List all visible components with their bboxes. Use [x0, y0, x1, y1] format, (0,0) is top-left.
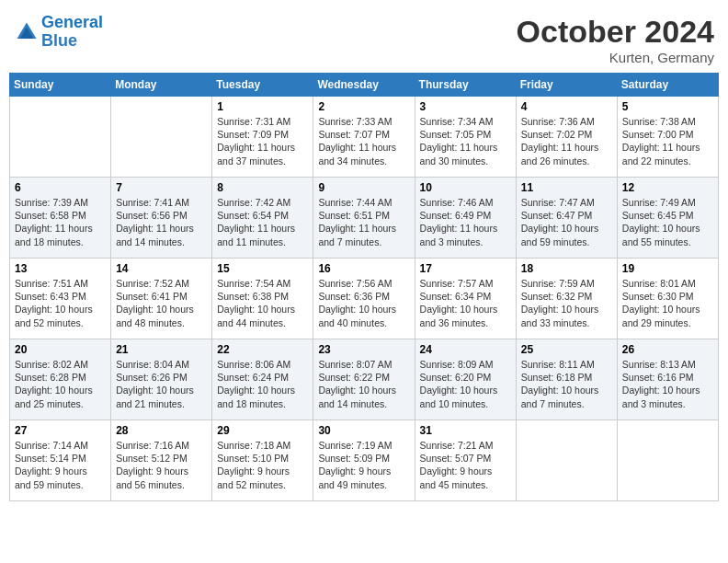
calendar-week-row: 27Sunrise: 7:14 AMSunset: 5:14 PMDayligh… [10, 420, 719, 501]
day-info: Sunrise: 7:49 AMSunset: 6:45 PMDaylight:… [622, 196, 713, 248]
logo-icon [14, 19, 40, 45]
day-number: 14 [116, 262, 207, 275]
calendar-week-row: 6Sunrise: 7:39 AMSunset: 6:58 PMDaylight… [10, 178, 719, 259]
col-saturday: Saturday [617, 74, 718, 97]
day-number: 4 [521, 100, 612, 113]
location: Kurten, Germany [517, 50, 714, 65]
table-row: 10Sunrise: 7:46 AMSunset: 6:49 PMDayligh… [415, 178, 516, 259]
day-info: Sunrise: 8:07 AMSunset: 6:22 PMDaylight:… [318, 358, 409, 410]
col-monday: Monday [111, 74, 212, 97]
table-row: 4Sunrise: 7:36 AMSunset: 7:02 PMDaylight… [516, 97, 617, 178]
day-info: Sunrise: 7:54 AMSunset: 6:38 PMDaylight:… [217, 277, 308, 329]
day-number: 13 [15, 262, 106, 275]
logo-text: General Blue [41, 14, 103, 51]
day-number: 1 [217, 100, 308, 113]
table-row: 31Sunrise: 7:21 AMSunset: 5:07 PMDayligh… [415, 420, 516, 501]
day-info: Sunrise: 8:06 AMSunset: 6:24 PMDaylight:… [217, 358, 308, 410]
table-row [111, 97, 212, 178]
day-number: 6 [15, 181, 106, 194]
day-info: Sunrise: 7:34 AMSunset: 7:05 PMDaylight:… [420, 115, 511, 167]
day-number: 27 [15, 424, 106, 437]
day-info: Sunrise: 7:36 AMSunset: 7:02 PMDaylight:… [521, 115, 612, 167]
table-row: 8Sunrise: 7:42 AMSunset: 6:54 PMDaylight… [212, 178, 313, 259]
day-number: 5 [622, 100, 713, 113]
day-info: Sunrise: 7:56 AMSunset: 6:36 PMDaylight:… [318, 277, 409, 329]
table-row: 26Sunrise: 8:13 AMSunset: 6:16 PMDayligh… [617, 339, 718, 420]
calendar-table: Sunday Monday Tuesday Wednesday Thursday… [9, 73, 719, 501]
day-info: Sunrise: 7:41 AMSunset: 6:56 PMDaylight:… [116, 196, 207, 248]
table-row: 24Sunrise: 8:09 AMSunset: 6:20 PMDayligh… [415, 339, 516, 420]
day-number: 20 [15, 343, 106, 356]
day-info: Sunrise: 7:42 AMSunset: 6:54 PMDaylight:… [217, 196, 308, 248]
day-info: Sunrise: 7:52 AMSunset: 6:41 PMDaylight:… [116, 277, 207, 329]
day-info: Sunrise: 7:33 AMSunset: 7:07 PMDaylight:… [318, 115, 409, 167]
page-header: General Blue October 2024 Kurten, German… [9, 9, 719, 65]
calendar-week-row: 20Sunrise: 8:02 AMSunset: 6:28 PMDayligh… [10, 339, 719, 420]
logo-blue: Blue [41, 31, 77, 50]
table-row: 20Sunrise: 8:02 AMSunset: 6:28 PMDayligh… [10, 339, 111, 420]
table-row: 9Sunrise: 7:44 AMSunset: 6:51 PMDaylight… [313, 178, 415, 259]
col-sunday: Sunday [10, 74, 111, 97]
day-number: 7 [116, 181, 207, 194]
table-row [10, 97, 111, 178]
col-thursday: Thursday [415, 74, 516, 97]
day-number: 31 [420, 424, 511, 437]
table-row: 2Sunrise: 7:33 AMSunset: 7:07 PMDaylight… [313, 97, 415, 178]
table-row: 21Sunrise: 8:04 AMSunset: 6:26 PMDayligh… [111, 339, 212, 420]
table-row: 28Sunrise: 7:16 AMSunset: 5:12 PMDayligh… [111, 420, 212, 501]
day-info: Sunrise: 7:59 AMSunset: 6:32 PMDaylight:… [521, 277, 612, 329]
day-number: 25 [521, 343, 612, 356]
day-number: 21 [116, 343, 207, 356]
day-info: Sunrise: 8:04 AMSunset: 6:26 PMDaylight:… [116, 358, 207, 410]
day-info: Sunrise: 8:09 AMSunset: 6:20 PMDaylight:… [420, 358, 511, 410]
day-number: 26 [622, 343, 713, 356]
day-info: Sunrise: 7:16 AMSunset: 5:12 PMDaylight:… [116, 439, 207, 491]
day-info: Sunrise: 7:46 AMSunset: 6:49 PMDaylight:… [420, 196, 511, 248]
day-number: 9 [318, 181, 409, 194]
logo: General Blue [14, 14, 103, 51]
table-row: 6Sunrise: 7:39 AMSunset: 6:58 PMDaylight… [10, 178, 111, 259]
day-info: Sunrise: 7:31 AMSunset: 7:09 PMDaylight:… [217, 115, 308, 167]
day-number: 28 [116, 424, 207, 437]
day-number: 22 [217, 343, 308, 356]
month-title: October 2024 [517, 14, 714, 50]
table-row: 23Sunrise: 8:07 AMSunset: 6:22 PMDayligh… [313, 339, 415, 420]
day-number: 2 [318, 100, 409, 113]
calendar-week-row: 13Sunrise: 7:51 AMSunset: 6:43 PMDayligh… [10, 259, 719, 339]
table-row: 16Sunrise: 7:56 AMSunset: 6:36 PMDayligh… [313, 259, 415, 339]
day-info: Sunrise: 7:19 AMSunset: 5:09 PMDaylight:… [318, 439, 409, 491]
table-row: 12Sunrise: 7:49 AMSunset: 6:45 PMDayligh… [617, 178, 718, 259]
table-row: 18Sunrise: 7:59 AMSunset: 6:32 PMDayligh… [516, 259, 617, 339]
table-row: 7Sunrise: 7:41 AMSunset: 6:56 PMDaylight… [111, 178, 212, 259]
day-number: 16 [318, 262, 409, 275]
day-info: Sunrise: 8:13 AMSunset: 6:16 PMDaylight:… [622, 358, 713, 410]
table-row: 11Sunrise: 7:47 AMSunset: 6:47 PMDayligh… [516, 178, 617, 259]
table-row: 25Sunrise: 8:11 AMSunset: 6:18 PMDayligh… [516, 339, 617, 420]
day-number: 11 [521, 181, 612, 194]
day-info: Sunrise: 7:21 AMSunset: 5:07 PMDaylight:… [420, 439, 511, 491]
day-info: Sunrise: 7:57 AMSunset: 6:34 PMDaylight:… [420, 277, 511, 329]
day-info: Sunrise: 8:02 AMSunset: 6:28 PMDaylight:… [15, 358, 106, 410]
calendar-header-row: Sunday Monday Tuesday Wednesday Thursday… [10, 74, 719, 97]
table-row: 5Sunrise: 7:38 AMSunset: 7:00 PMDaylight… [617, 97, 718, 178]
day-number: 29 [217, 424, 308, 437]
day-number: 23 [318, 343, 409, 356]
table-row: 22Sunrise: 8:06 AMSunset: 6:24 PMDayligh… [212, 339, 313, 420]
day-info: Sunrise: 8:01 AMSunset: 6:30 PMDaylight:… [622, 277, 713, 329]
table-row: 30Sunrise: 7:19 AMSunset: 5:09 PMDayligh… [313, 420, 415, 501]
title-block: October 2024 Kurten, Germany [517, 14, 714, 65]
day-number: 12 [622, 181, 713, 194]
day-number: 18 [521, 262, 612, 275]
col-tuesday: Tuesday [212, 74, 313, 97]
day-number: 3 [420, 100, 511, 113]
table-row [617, 420, 718, 501]
day-info: Sunrise: 7:38 AMSunset: 7:00 PMDaylight:… [622, 115, 713, 167]
day-info: Sunrise: 8:11 AMSunset: 6:18 PMDaylight:… [521, 358, 612, 410]
table-row: 17Sunrise: 7:57 AMSunset: 6:34 PMDayligh… [415, 259, 516, 339]
table-row: 3Sunrise: 7:34 AMSunset: 7:05 PMDaylight… [415, 97, 516, 178]
day-number: 30 [318, 424, 409, 437]
day-number: 8 [217, 181, 308, 194]
day-info: Sunrise: 7:18 AMSunset: 5:10 PMDaylight:… [217, 439, 308, 491]
table-row: 13Sunrise: 7:51 AMSunset: 6:43 PMDayligh… [10, 259, 111, 339]
col-friday: Friday [516, 74, 617, 97]
